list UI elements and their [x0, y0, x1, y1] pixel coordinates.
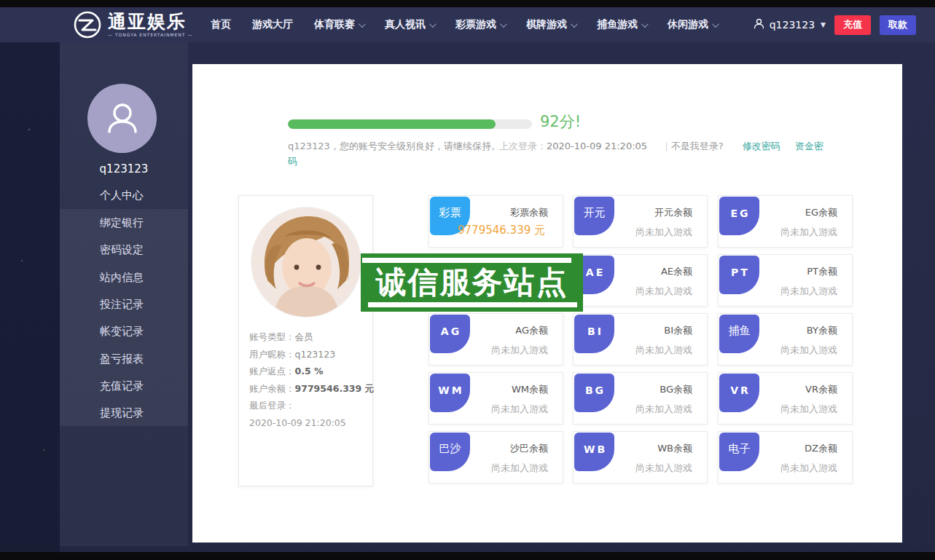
nav-item-7[interactable]: 捕鱼游戏: [597, 18, 646, 31]
profile-field-label: 账户余额：: [249, 383, 295, 394]
sidebar-item-2[interactable]: 密码设定: [100, 243, 144, 257]
wallet-badge: 开元: [574, 197, 614, 235]
separator: ｜: [662, 141, 671, 151]
chevron-down-icon: [429, 20, 437, 28]
profile-field-value: 会员: [295, 331, 313, 342]
wallet-card-PT[interactable]: PTPT余额尚未加入游戏: [718, 254, 853, 307]
top-letterbox: [0, 0, 935, 7]
deposit-button[interactable]: 充值: [834, 15, 871, 35]
profile-field-label: 账号类型：: [249, 331, 295, 342]
wallet-card-彩票[interactable]: 彩票彩票余额9779546.339 元: [429, 195, 563, 248]
wallet-card-DZ[interactable]: 电子DZ余额尚未加入游戏: [718, 431, 853, 484]
wallet-badge: 捕鱼: [719, 315, 759, 353]
last-login-row: 上次登录：2020-10-09 21:20:05｜不是我登录?修改密码资金密: [499, 140, 823, 153]
user-menu[interactable]: q123123 ▼: [753, 17, 826, 32]
sidebar-item-4[interactable]: 投注记录: [100, 298, 144, 312]
nav-item-8[interactable]: 休闲游戏: [668, 18, 717, 31]
profile-card: 账号类型：会员用户昵称：q123123账户返点：0.5 %账户余额：977954…: [238, 195, 373, 486]
wallet-title: PT余额: [807, 265, 837, 278]
wallet-card-AG[interactable]: AGAG余额尚未加入游戏: [429, 313, 563, 366]
page: 通亚娱乐 — TONGYA ENTERTAINMENT — 首页游戏大厅体育联赛…: [0, 0, 935, 560]
top-navbar: 通亚娱乐 — TONGYA ENTERTAINMENT — 首页游戏大厅体育联赛…: [0, 7, 935, 42]
nav-item-2[interactable]: 游戏大厅: [252, 18, 293, 31]
sidebar-item-5[interactable]: 帐变记录: [100, 325, 144, 339]
profile-field-row: 账号类型：会员: [249, 328, 366, 346]
trust-banner-text: 诚信服务站点: [376, 262, 568, 303]
wallet-badge: PT: [719, 256, 759, 294]
nav-item-1[interactable]: 首页: [211, 18, 231, 31]
wallet-card-WB[interactable]: WBWB余额尚未加入游戏: [573, 431, 708, 484]
wallet-card-AE[interactable]: AEAE余额尚未加入游戏: [573, 254, 708, 307]
wallet-balance-status: 尚未加入游戏: [781, 344, 837, 357]
wallet-balance-status: 尚未加入游戏: [635, 285, 692, 298]
security-progress-fill: [288, 119, 496, 129]
wallet-balance-status: 尚未加入游戏: [635, 403, 692, 416]
nav-item-label: 棋牌游戏: [526, 18, 567, 31]
wallet-badge: EG: [719, 197, 759, 235]
wallet-card-EG[interactable]: EGEG余额尚未加入游戏: [718, 195, 853, 248]
wallet-balance-status: 尚未加入游戏: [781, 462, 837, 475]
wallet-title: BG余额: [660, 383, 692, 396]
wallet-badge: 电子: [719, 433, 759, 471]
trust-banner: 诚信服务站点: [361, 253, 583, 312]
chevron-down-icon: [571, 20, 578, 28]
fund-password-link[interactable]: 资金密: [795, 141, 823, 151]
wallet-title: EG余额: [805, 206, 837, 219]
wallet-badge: VR: [719, 374, 759, 412]
wallet-badge: WM: [430, 374, 470, 412]
profile-field-value: 2020-10-09 21:20:05: [249, 417, 346, 428]
sidebar-item-7[interactable]: 充值记录: [100, 379, 144, 393]
fund-password-link-wrap[interactable]: 码: [288, 155, 297, 168]
chevron-down-icon: [359, 20, 366, 28]
nav-item-label: 彩票游戏: [455, 18, 496, 31]
nav-item-label: 真人视讯: [385, 18, 426, 31]
sidebar-item-8[interactable]: 提现记录: [100, 406, 144, 420]
not-me-link[interactable]: 不是我登录?: [671, 141, 724, 151]
main-nav: 首页游戏大厅体育联赛真人视讯彩票游戏棋牌游戏捕鱼游戏休闲游戏: [211, 7, 717, 42]
user-area: q123123 ▼ 充值 取款: [753, 7, 916, 42]
brand[interactable]: 通亚娱乐 — TONGYA ENTERTAINMENT —: [73, 10, 192, 39]
wallet-title: BY余额: [807, 324, 837, 337]
wallet-title: AG余额: [515, 324, 548, 337]
wallet-title: DZ余额: [805, 442, 837, 455]
wallet-badge: AG: [430, 315, 470, 353]
profile-field-value: 9779546.339 元: [295, 383, 375, 394]
change-password-link[interactable]: 修改密码: [743, 141, 781, 151]
wallet-badge: BI: [574, 315, 614, 353]
wallet-title: 彩票余额: [510, 206, 548, 219]
nav-item-4[interactable]: 真人视讯: [385, 18, 434, 31]
sidebar-item-6[interactable]: 盈亏报表: [100, 352, 144, 366]
left-background-shade: [0, 42, 60, 552]
profile-photo-avatar: [251, 208, 361, 317]
sidebar-item-3[interactable]: 站内信息: [100, 271, 144, 285]
wallet-card-BG[interactable]: BGBG余额尚未加入游戏: [573, 372, 708, 425]
chevron-down-icon: [712, 20, 719, 28]
wallet-balance-status: 尚未加入游戏: [635, 226, 692, 239]
wallet-card-WM[interactable]: WMWM余额尚未加入游戏: [429, 372, 563, 425]
wallet-title: VR余额: [805, 383, 837, 396]
wallet-card-沙巴[interactable]: 巴沙沙巴余额尚未加入游戏: [429, 431, 563, 484]
sidebar-item-1[interactable]: 绑定银行: [100, 216, 144, 230]
sidebar-item-personal-center[interactable]: 个人中心: [100, 189, 144, 202]
profile-field-value: 0.5 %: [295, 366, 324, 376]
wallet-title: WB余额: [657, 442, 692, 455]
withdraw-button[interactable]: 取款: [880, 15, 916, 35]
wallet-title: AE余额: [661, 265, 692, 278]
user-icon: [753, 17, 765, 32]
nav-item-3[interactable]: 体育联赛: [314, 18, 364, 31]
wallet-balance-status: 尚未加入游戏: [491, 344, 548, 357]
profile-field-row: 用户昵称：q123123: [249, 346, 366, 363]
bottom-letterbox: [0, 552, 935, 560]
wallet-card-VR[interactable]: VRVR余额尚未加入游戏: [718, 372, 853, 425]
wallet-card-开元[interactable]: 开元开元余额尚未加入游戏: [573, 195, 708, 248]
nav-item-6[interactable]: 棋牌游戏: [526, 18, 576, 31]
wallet-card-BI[interactable]: BIBI余额尚未加入游戏: [573, 313, 708, 366]
brand-logo-icon: [73, 10, 102, 39]
brand-name: 通亚娱乐: [108, 12, 192, 31]
wallet-card-BY[interactable]: 捕鱼BY余额尚未加入游戏: [718, 313, 853, 366]
wallet-badge: WB: [574, 433, 614, 471]
nav-item-5[interactable]: 彩票游戏: [455, 18, 505, 31]
profile-fields: 账号类型：会员用户昵称：q123123账户返点：0.5 %账户余额：977954…: [249, 328, 366, 431]
security-score: 92分!: [540, 111, 581, 132]
wallet-balance-amount: 9779546.339 元: [458, 224, 545, 237]
